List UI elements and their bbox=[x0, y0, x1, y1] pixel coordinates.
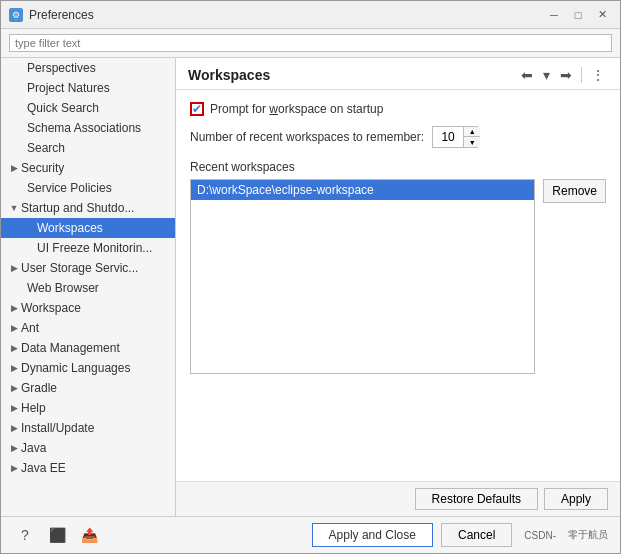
java-chevron-icon bbox=[9, 443, 19, 453]
cancel-button[interactable]: Cancel bbox=[441, 523, 512, 547]
export-icon-button[interactable]: ⬛ bbox=[45, 523, 69, 547]
app-icon: ⚙ bbox=[9, 8, 23, 22]
sidebar-item-project-natures[interactable]: Project Natures bbox=[1, 78, 175, 98]
sidebar-label-data-management: Data Management bbox=[21, 341, 120, 355]
back-button[interactable]: ⬅ bbox=[518, 66, 536, 84]
spinner-arrows: ▲ ▼ bbox=[463, 127, 480, 147]
prompt-workspace-label: Prompt for workspace on startup bbox=[210, 102, 383, 116]
window-controls: ─ □ ✕ bbox=[544, 7, 612, 23]
close-button[interactable]: ✕ bbox=[592, 7, 612, 23]
remove-button[interactable]: Remove bbox=[543, 179, 606, 203]
panel-header: Workspaces ⬅ ▾ ➡ ⋮ bbox=[176, 58, 620, 90]
spinner-up-button[interactable]: ▲ bbox=[464, 127, 480, 137]
sidebar-item-ant[interactable]: Ant bbox=[1, 318, 175, 338]
sidebar-item-web-browser[interactable]: Web Browser bbox=[1, 278, 175, 298]
sidebar-item-dynamic-languages[interactable]: Dynamic Languages bbox=[1, 358, 175, 378]
title-bar: ⚙ Preferences ─ □ ✕ bbox=[1, 1, 620, 29]
sidebar-label-ant: Ant bbox=[21, 321, 39, 335]
sidebar-item-quick-search[interactable]: Quick Search bbox=[1, 98, 175, 118]
security-chevron-icon bbox=[9, 163, 19, 173]
recent-list-area: D:\workSpace\eclipse-workspace Remove bbox=[190, 179, 606, 374]
sidebar-item-service-policies[interactable]: Service Policies bbox=[1, 178, 175, 198]
sidebar-item-java-ee[interactable]: Java EE bbox=[1, 458, 175, 478]
spinner-control: ▲ ▼ bbox=[432, 126, 478, 148]
sidebar-item-workspaces[interactable]: Workspaces bbox=[1, 218, 175, 238]
spinner-label: Number of recent workspaces to remember: bbox=[190, 130, 424, 144]
more-options-button[interactable]: ⋮ bbox=[588, 66, 608, 84]
sidebar-label-help: Help bbox=[21, 401, 46, 415]
preferences-window: ⚙ Preferences ─ □ ✕ Perspectives Project… bbox=[0, 0, 621, 554]
panel-body: ✔ Prompt for workspace on startup Number… bbox=[176, 90, 620, 481]
prompt-workspace-row: ✔ Prompt for workspace on startup bbox=[190, 102, 606, 116]
sidebar-label-install-update: Install/Update bbox=[21, 421, 94, 435]
sidebar-label-security: Security bbox=[21, 161, 64, 175]
minimize-button[interactable]: ─ bbox=[544, 7, 564, 23]
recent-item[interactable]: D:\workSpace\eclipse-workspace bbox=[191, 180, 534, 200]
prompt-workspace-checkbox[interactable]: ✔ bbox=[190, 102, 204, 116]
sidebar: Perspectives Project Natures Quick Searc… bbox=[1, 58, 176, 516]
sidebar-label-workspace: Workspace bbox=[21, 301, 81, 315]
ant-chevron-icon bbox=[9, 323, 19, 333]
title-bar-left: ⚙ Preferences bbox=[9, 8, 94, 22]
sidebar-label-user-storage: User Storage Servic... bbox=[21, 261, 138, 275]
checkbox-checkmark-icon: ✔ bbox=[192, 103, 202, 115]
sidebar-item-install-update[interactable]: Install/Update bbox=[1, 418, 175, 438]
sidebar-item-startup-shutdown[interactable]: Startup and Shutdo... bbox=[1, 198, 175, 218]
import-icon-button[interactable]: 📤 bbox=[77, 523, 101, 547]
sidebar-label-startup: Startup and Shutdo... bbox=[21, 201, 134, 215]
underline-w: w bbox=[269, 102, 278, 116]
spinner-down-button[interactable]: ▼ bbox=[464, 137, 480, 147]
recent-label: Recent workspaces bbox=[190, 160, 606, 174]
spinner-row: Number of recent workspaces to remember:… bbox=[190, 126, 606, 148]
sidebar-item-data-management[interactable]: Data Management bbox=[1, 338, 175, 358]
gradle-chevron-icon bbox=[9, 383, 19, 393]
sidebar-item-schema-associations[interactable]: Schema Associations bbox=[1, 118, 175, 138]
restore-defaults-button[interactable]: Restore Defaults bbox=[415, 488, 538, 510]
panel-toolbar: ⬅ ▾ ➡ ⋮ bbox=[518, 66, 608, 84]
user-storage-chevron-icon bbox=[9, 263, 19, 273]
panel-footer: Restore Defaults Apply bbox=[176, 481, 620, 516]
sidebar-item-gradle[interactable]: Gradle bbox=[1, 378, 175, 398]
apply-close-button[interactable]: Apply and Close bbox=[312, 523, 433, 547]
forward-button[interactable]: ➡ bbox=[557, 66, 575, 84]
right-panel: Workspaces ⬅ ▾ ➡ ⋮ ✔ Prompt for workspac… bbox=[176, 58, 620, 516]
install-update-chevron-icon bbox=[9, 423, 19, 433]
toolbar-separator bbox=[581, 67, 582, 83]
main-content: Perspectives Project Natures Quick Searc… bbox=[1, 58, 620, 516]
sidebar-item-security[interactable]: Security bbox=[1, 158, 175, 178]
window-title: Preferences bbox=[29, 8, 94, 22]
filter-input[interactable] bbox=[9, 34, 612, 52]
sidebar-item-java[interactable]: Java bbox=[1, 438, 175, 458]
help-icon-button[interactable]: ? bbox=[13, 523, 37, 547]
workspace-chevron-icon bbox=[9, 303, 19, 313]
sidebar-item-help[interactable]: Help bbox=[1, 398, 175, 418]
watermark-author: 零于航员 bbox=[568, 528, 608, 542]
sidebar-label-java-ee: Java EE bbox=[21, 461, 66, 475]
java-ee-chevron-icon bbox=[9, 463, 19, 473]
sidebar-item-workspace[interactable]: Workspace bbox=[1, 298, 175, 318]
dropdown-button[interactable]: ▾ bbox=[540, 66, 553, 84]
sidebar-item-perspectives[interactable]: Perspectives bbox=[1, 58, 175, 78]
startup-chevron-icon bbox=[9, 203, 19, 213]
dynamic-languages-chevron-icon bbox=[9, 363, 19, 373]
data-management-chevron-icon bbox=[9, 343, 19, 353]
sidebar-item-ui-freeze[interactable]: UI Freeze Monitorin... bbox=[1, 238, 175, 258]
apply-button[interactable]: Apply bbox=[544, 488, 608, 510]
recent-workspaces-list[interactable]: D:\workSpace\eclipse-workspace bbox=[190, 179, 535, 374]
sidebar-label-java: Java bbox=[21, 441, 46, 455]
maximize-button[interactable]: □ bbox=[568, 7, 588, 23]
sidebar-label-dynamic-languages: Dynamic Languages bbox=[21, 361, 130, 375]
watermark-text: CSDN- bbox=[524, 530, 556, 541]
sidebar-item-search[interactable]: Search bbox=[1, 138, 175, 158]
window-footer: ? ⬛ 📤 Apply and Close Cancel CSDN- 零于航员 bbox=[1, 516, 620, 553]
filter-bar bbox=[1, 29, 620, 58]
spinner-input[interactable] bbox=[433, 127, 463, 147]
sidebar-item-user-storage[interactable]: User Storage Servic... bbox=[1, 258, 175, 278]
panel-title: Workspaces bbox=[188, 67, 270, 83]
help-chevron-icon bbox=[9, 403, 19, 413]
sidebar-label-gradle: Gradle bbox=[21, 381, 57, 395]
